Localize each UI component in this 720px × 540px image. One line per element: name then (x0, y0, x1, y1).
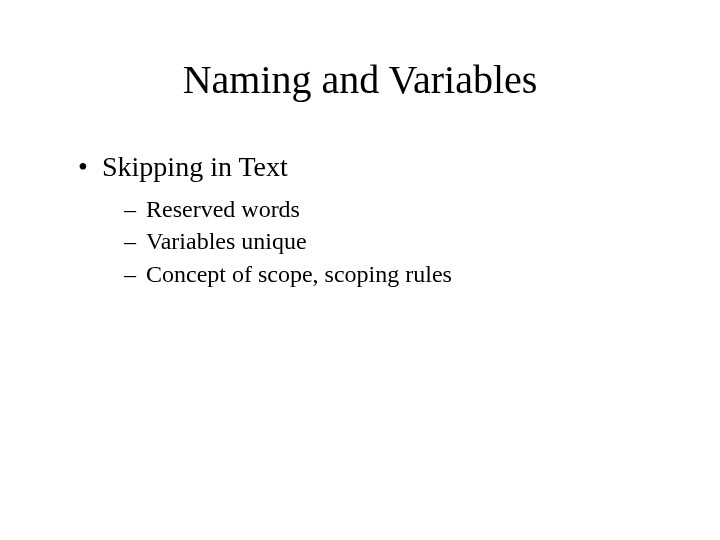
slide-title: Naming and Variables (60, 56, 660, 103)
list-item: Skipping in Text Reserved words Variable… (78, 151, 660, 290)
bullet-text: Variables unique (146, 228, 307, 254)
bullet-text: Reserved words (146, 196, 300, 222)
list-item: Variables unique (124, 225, 660, 257)
slide: Naming and Variables Skipping in Text Re… (0, 0, 720, 540)
bullet-list-level1: Skipping in Text Reserved words Variable… (60, 151, 660, 290)
list-item: Reserved words (124, 193, 660, 225)
bullet-text: Concept of scope, scoping rules (146, 261, 452, 287)
list-item: Concept of scope, scoping rules (124, 258, 660, 290)
bullet-list-level2: Reserved words Variables unique Concept … (102, 193, 660, 290)
bullet-text: Skipping in Text (102, 151, 288, 182)
